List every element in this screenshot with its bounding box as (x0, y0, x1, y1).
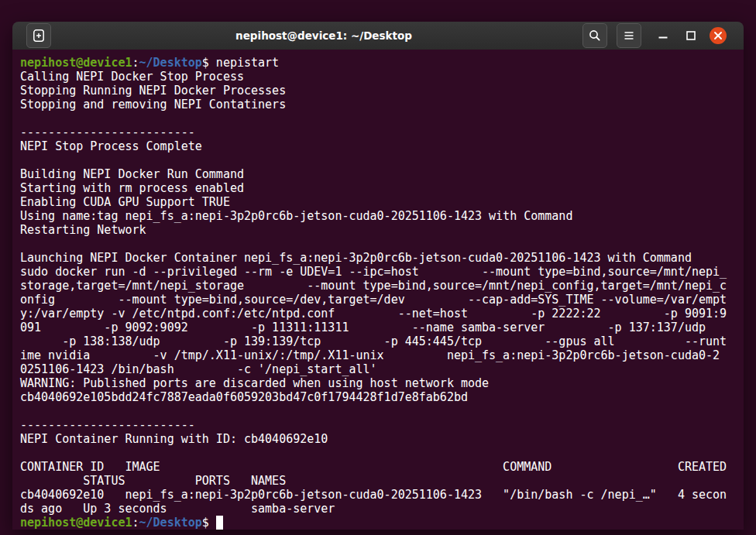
terminal-line: sudo docker run -d --privileged --rm -e … (20, 265, 744, 279)
terminal-line (20, 404, 744, 418)
terminal-line: -p 138:138/udp -p 139:139/tcp -p 445:445… (20, 334, 744, 348)
terminal-line: Stopping Running NEPI Docker Processes (20, 84, 744, 98)
terminal-line: Launching NEPI Docker Container nepi_fs_… (20, 251, 744, 265)
terminal-line: 091 -p 9092:9092 -p 11311:11311 --name s… (20, 321, 744, 334)
terminal-line: Enabling CUDA GPU Support TRUE (20, 195, 744, 209)
terminal-line: Building NEPI Docker Run Command (20, 167, 744, 181)
close-icon (713, 31, 723, 40)
terminal-line: nepihost@device1:~/Desktop$ nepistart (20, 56, 744, 70)
terminal-line: NEPI Container Running with ID: cb404069… (20, 432, 744, 446)
menu-button[interactable] (617, 23, 641, 48)
titlebar[interactable]: nepihost@device1: ~/Desktop (12, 22, 744, 50)
terminal-line: CONTAINER ID IMAGE COMMAND CREATED (20, 460, 744, 474)
terminal-line: ------------------------- (20, 418, 744, 432)
close-button[interactable] (710, 27, 727, 44)
terminal-line (20, 153, 744, 167)
terminal-window: nepihost@device1: ~/Desktop (12, 22, 744, 530)
terminal-line: ------------------------- (20, 125, 744, 139)
prompt-path: ~/Desktop (139, 56, 202, 70)
terminal-line: 0251106-1423 /bin/bash -c '/nepi_start_a… (20, 362, 744, 376)
terminal-line: nepihost@device1:~/Desktop$ (20, 516, 744, 530)
minimize-icon (657, 29, 669, 42)
cursor (216, 516, 223, 530)
prompt-symbol: $ (202, 516, 216, 530)
new-tab-icon (32, 29, 46, 43)
window-title: nepihost@device1: ~/Desktop (105, 29, 542, 42)
terminal-line: Using name:tag nepi_fs_a:nepi-3p2p0rc6b-… (20, 209, 744, 223)
terminal-output[interactable]: nepihost@device1:~/Desktop$ nepistartCal… (12, 50, 744, 530)
minimize-button[interactable] (657, 29, 669, 42)
prompt-user-host: nepihost@device1 (20, 56, 132, 70)
search-icon (588, 29, 602, 43)
terminal-line: Calling NEPI Docker Stop Process (20, 70, 744, 84)
terminal-line (20, 111, 744, 125)
terminal-line: y:/var/empty -v /etc/ntpd.conf:/etc/ntpd… (20, 307, 744, 321)
terminal-line: NEPI Stop Process Complete (20, 139, 744, 153)
maximize-button[interactable] (685, 29, 697, 42)
text-segment: : (132, 56, 139, 70)
terminal-line: storage,target=/mnt/nepi_storage --mount… (20, 279, 744, 293)
maximize-icon (685, 29, 697, 42)
terminal-line: cb4040692e105bdd24fc7887eada0f6059203bd4… (20, 390, 744, 404)
command-entered: $ nepistart (202, 56, 279, 70)
terminal-line: WARNING: Published ports are discarded w… (20, 376, 744, 390)
new-tab-button[interactable] (26, 23, 51, 48)
terminal-line (20, 237, 744, 251)
terminal-line: ds ago Up 3 seconds samba-server (20, 502, 744, 516)
hamburger-menu-icon (622, 29, 636, 43)
terminal-line: STATUS PORTS NAMES (20, 474, 744, 488)
terminal-line: Stopping and removing NEPI Contatiners (20, 98, 744, 111)
prompt-path: ~/Desktop (139, 516, 202, 530)
titlebar-controls (582, 23, 744, 48)
desktop: { "colors": { "desktop": "#2d0921", "tit… (0, 0, 756, 535)
terminal-line: onfig --mount type=bind,source=/dev,targ… (20, 293, 744, 307)
terminal-line: cb4040692e10 nepi_fs_a:nepi-3p2p0rc6b-je… (20, 488, 744, 502)
terminal-line: Starting with rm process enabled (20, 181, 744, 195)
terminal-line (20, 446, 744, 460)
terminal-line: ime nvidia -v /tmp/.X11-unix/:/tmp/.X11-… (20, 348, 744, 362)
text-segment: : (132, 516, 139, 530)
prompt-user-host: nepihost@device1 (20, 516, 132, 530)
terminal-line: Restarting Network (20, 223, 744, 237)
search-button[interactable] (582, 23, 607, 48)
